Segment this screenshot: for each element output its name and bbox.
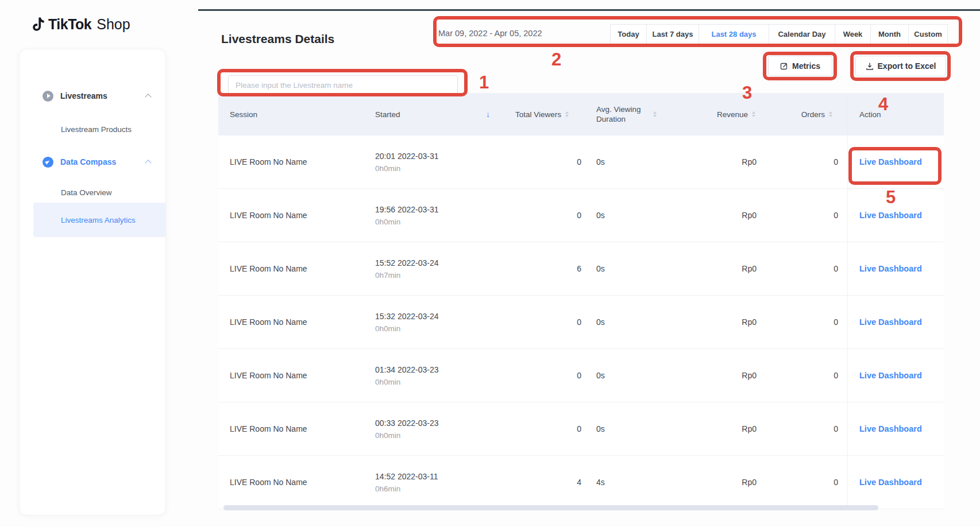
total-viewers-cell: 0 [496, 349, 585, 402]
sort-descending-icon[interactable]: ↓ [486, 110, 490, 119]
table-row: LIVE Room No Name 01:34 2022-03-230h0min… [218, 349, 944, 402]
avg-duration-cell: 0s [585, 242, 689, 295]
date-range-tabs: Today Last 7 days Last 28 days Calendar … [610, 24, 948, 45]
sidebar-item-label: Livestreams Analytics [61, 216, 136, 224]
tab-last-28-days[interactable]: Last 28 days [699, 25, 769, 44]
started-cell: 01:34 2022-03-230h0min [364, 349, 496, 402]
live-dashboard-link[interactable]: Live Dashboard [859, 317, 922, 327]
live-dashboard-link[interactable]: Live Dashboard [859, 478, 922, 487]
action-cell: Live Dashboard [847, 349, 944, 402]
data-compass-icon [43, 157, 53, 168]
livestreams-table: Session Started ↓ Total Viewers Avg. Vie… [218, 93, 944, 509]
table-row: LIVE Room No Name 14:52 2022-03-110h6min… [218, 456, 944, 509]
started-cell: 20:01 2022-03-310h0min [364, 135, 496, 188]
annotation-number-2: 2 [551, 49, 561, 70]
revenue-cell: Rp0 [689, 242, 761, 295]
table-row: LIVE Room No Name 19:56 2022-03-310h0min… [218, 189, 944, 242]
livestream-search-input[interactable] [228, 75, 458, 95]
orders-cell: 0 [761, 456, 847, 509]
total-viewers-cell: 4 [496, 456, 585, 509]
tab-last-7-days[interactable]: Last 7 days [646, 25, 699, 44]
sidebar-item-livestreams-analytics[interactable]: Livestreams Analytics [20, 211, 167, 228]
live-dashboard-link[interactable]: Live Dashboard [859, 371, 922, 380]
session-cell: LIVE Room No Name [218, 135, 364, 188]
sidebar-item-label: Livestreams [60, 91, 107, 100]
sidebar: Livestreams Livestream Products Data Com… [19, 49, 166, 516]
revenue-cell: Rp0 [689, 349, 761, 402]
session-cell: LIVE Room No Name [218, 242, 364, 295]
livestreams-icon [43, 91, 53, 102]
revenue-cell: Rp0 [689, 189, 761, 242]
tab-week[interactable]: Week [835, 25, 870, 44]
started-cell: 15:52 2022-03-240h7min [364, 242, 496, 295]
avg-duration-cell: 0s [585, 189, 689, 242]
table-header-row: Session Started ↓ Total Viewers Avg. Vie… [218, 93, 944, 135]
sort-carets-icon[interactable] [653, 111, 657, 117]
live-dashboard-link[interactable]: Live Dashboard [859, 211, 922, 220]
sidebar-item-livestream-products[interactable]: Livestream Products [20, 122, 167, 137]
orders-cell: 0 [761, 135, 847, 188]
live-dashboard-link[interactable]: Live Dashboard [859, 424, 922, 433]
sidebar-item-data-overview[interactable]: Data Overview [20, 185, 167, 200]
total-viewers-cell: 0 [496, 402, 585, 455]
top-divider-line [198, 9, 980, 11]
page-title: Livestreams Details [221, 32, 334, 46]
session-cell: LIVE Room No Name [218, 456, 364, 509]
sidebar-item-data-compass[interactable]: Data Compass [20, 153, 167, 170]
total-viewers-cell: 6 [496, 242, 585, 295]
metrics-button[interactable]: Metrics [768, 56, 832, 76]
download-icon [866, 62, 874, 71]
revenue-cell: Rp0 [689, 135, 761, 188]
sidebar-item-label: Data Compass [60, 157, 116, 166]
started-cell: 00:33 2022-03-230h0min [364, 402, 496, 455]
avg-duration-cell: 0s [585, 296, 689, 348]
sort-carets-icon[interactable] [752, 111, 755, 117]
chevron-up-icon[interactable] [145, 160, 151, 166]
started-cell: 14:52 2022-03-110h6min [364, 456, 496, 509]
export-to-excel-button[interactable]: Export to Excel [855, 56, 946, 76]
live-dashboard-link[interactable]: Live Dashboard [859, 264, 922, 273]
logo-text-shop: Shop [97, 16, 130, 33]
orders-cell: 0 [761, 296, 847, 348]
column-header-total-viewers[interactable]: Total Viewers [496, 93, 585, 135]
avg-duration-cell: 0s [585, 349, 689, 402]
orders-cell: 0 [761, 349, 847, 402]
tab-calendar-day[interactable]: Calendar Day [769, 25, 835, 44]
tiktok-note-icon [32, 17, 45, 32]
tiktok-shop-logo: TikTok Shop [32, 16, 130, 33]
action-cell: Live Dashboard [847, 402, 944, 455]
revenue-cell: Rp0 [689, 456, 761, 509]
column-header-orders[interactable]: Orders [761, 93, 847, 135]
horizontal-scrollbar[interactable] [223, 505, 878, 510]
annotation-number-1: 1 [479, 72, 489, 93]
column-header-revenue[interactable]: Revenue [689, 93, 761, 135]
column-header-avg-viewing-duration[interactable]: Avg. Viewing Duration [585, 93, 689, 135]
tab-custom[interactable]: Custom [908, 25, 947, 44]
avg-duration-cell: 4s [585, 456, 689, 509]
sidebar-item-label: Data Overview [61, 188, 112, 197]
chevron-up-icon[interactable] [145, 94, 151, 100]
date-range-display[interactable]: Mar 09, 2022 - Apr 05, 2022 [438, 25, 542, 41]
tiktok-shop-livestreams-analytics-page: TikTok Shop Livestreams Livestream Produ… [0, 0, 980, 527]
total-viewers-cell: 0 [496, 296, 585, 348]
export-button-label: Export to Excel [878, 61, 936, 71]
sort-carets-icon[interactable] [829, 111, 832, 117]
action-cell: Live Dashboard [847, 296, 944, 348]
action-cell: Live Dashboard [847, 456, 944, 509]
live-dashboard-link[interactable]: Live Dashboard [859, 157, 922, 166]
sidebar-item-livestreams[interactable]: Livestreams [20, 87, 167, 104]
sidebar-item-label: Livestream Products [61, 125, 132, 134]
orders-cell: 0 [761, 242, 847, 295]
action-cell: Live Dashboard [847, 189, 944, 242]
column-header-started[interactable]: Started ↓ [364, 93, 496, 135]
table-row: LIVE Room No Name 20:01 2022-03-310h0min… [218, 135, 944, 189]
started-cell: 15:32 2022-03-240h0min [364, 296, 496, 348]
action-cell: Live Dashboard [847, 242, 944, 295]
total-viewers-cell: 0 [496, 189, 585, 242]
tab-today[interactable]: Today [611, 25, 646, 44]
action-cell: Live Dashboard [847, 135, 944, 188]
table-row: LIVE Room No Name 15:32 2022-03-240h0min… [218, 296, 944, 349]
sort-carets-icon[interactable] [565, 111, 569, 117]
table-row: LIVE Room No Name 00:33 2022-03-230h0min… [218, 402, 944, 456]
tab-month[interactable]: Month [870, 25, 908, 44]
